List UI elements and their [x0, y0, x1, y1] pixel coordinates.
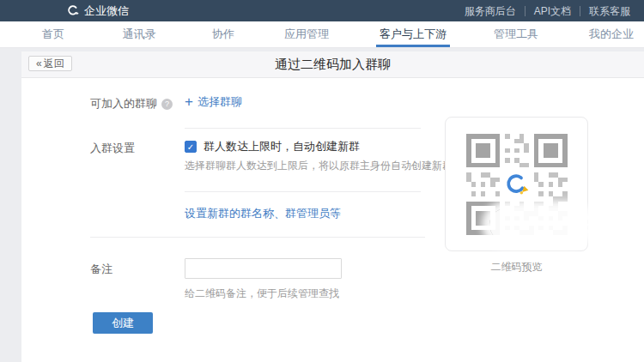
select-group-link[interactable]: + 选择群聊: [185, 94, 242, 110]
joinable-group-label-text: 可加入的群聊: [90, 96, 157, 112]
qr-preview-panel: [445, 117, 588, 251]
wecom-logo-icon: [67, 4, 80, 17]
remark-hint: 给二维码备注，便于后续管理查找: [185, 287, 339, 301]
remark-input[interactable]: [185, 258, 342, 279]
remark-label: 备注: [90, 262, 112, 277]
content-card: « 返回 通过二维码加入群聊 可加入的群聊 ? + 选择群聊 入群设置 ✓: [21, 51, 644, 362]
card-header: « 返回 通过二维码加入群聊: [21, 51, 644, 78]
create-button[interactable]: 创建: [93, 312, 153, 334]
topbar: 企业微信 服务商后台 API文档 联系客服: [0, 0, 644, 21]
topbar-link-api-docs[interactable]: API文档: [525, 6, 580, 16]
join-settings-label: 入群设置: [90, 141, 135, 156]
app-title: 企业微信: [84, 3, 129, 19]
select-group-link-label: 选择群聊: [197, 94, 242, 110]
divider: [90, 237, 425, 238]
wecom-logo-icon: [501, 169, 532, 200]
topbar-links: 服务商后台 API文档 联系客服: [456, 6, 630, 16]
divider: [185, 191, 421, 192]
topbar-link-provider-console[interactable]: 服务商后台: [456, 6, 525, 16]
card-body: 可加入的群聊 ? + 选择群聊 入群设置 ✓ 群人数达上限时，自动创建新群 选择…: [21, 78, 644, 362]
nav-item-contacts[interactable]: 通讯录: [119, 21, 160, 47]
back-button-label: 返回: [44, 57, 64, 71]
join-settings-hint: 选择群聊群人数达到上限后，将以原群主身份自动创建新群: [185, 159, 453, 173]
nav-item-customers[interactable]: 客户与上下游: [376, 21, 450, 47]
divider: [185, 128, 421, 129]
auto-create-checkbox-label: 群人数达上限时，自动创建新群: [204, 139, 360, 154]
info-icon[interactable]: ?: [161, 99, 173, 110]
main-nav: 首页 通讯录 协作 应用管理 客户与上下游 管理工具 我的企业: [0, 21, 644, 48]
topbar-link-contact-support[interactable]: 联系客服: [580, 6, 630, 16]
nav-item-apps[interactable]: 应用管理: [281, 21, 332, 47]
nav-item-collab[interactable]: 协作: [209, 21, 238, 47]
nav-item-home[interactable]: 首页: [39, 21, 68, 47]
auto-create-checkbox-row[interactable]: ✓ 群人数达上限时，自动创建新群: [185, 139, 360, 154]
app-logo: 企业微信: [67, 3, 129, 19]
page-title: 通过二维码加入群聊: [21, 51, 644, 77]
qr-watermark-blur: [489, 208, 588, 241]
new-group-settings-link[interactable]: 设置新群的群名称、群管理员等: [185, 206, 341, 221]
back-chevrons-icon: «: [36, 57, 42, 71]
back-button[interactable]: « 返回: [28, 56, 72, 71]
nav-item-company[interactable]: 我的企业: [586, 21, 637, 47]
page-background: « 返回 通过二维码加入群聊 可加入的群聊 ? + 选择群聊 入群设置 ✓: [0, 48, 644, 362]
auto-create-checkbox[interactable]: ✓: [185, 141, 197, 153]
qr-code: [466, 134, 568, 235]
nav-item-tools[interactable]: 管理工具: [490, 21, 542, 47]
check-icon: ✓: [187, 142, 194, 152]
joinable-group-label: 可加入的群聊 ?: [90, 96, 173, 112]
plus-icon: +: [185, 96, 193, 108]
qr-preview-caption: 二维码预览: [445, 260, 588, 275]
